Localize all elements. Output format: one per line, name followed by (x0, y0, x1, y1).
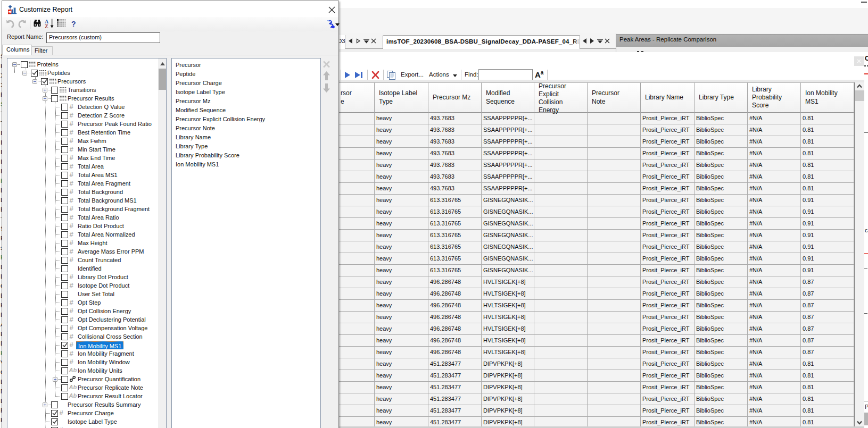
svg-text:Z: Z (45, 23, 48, 29)
